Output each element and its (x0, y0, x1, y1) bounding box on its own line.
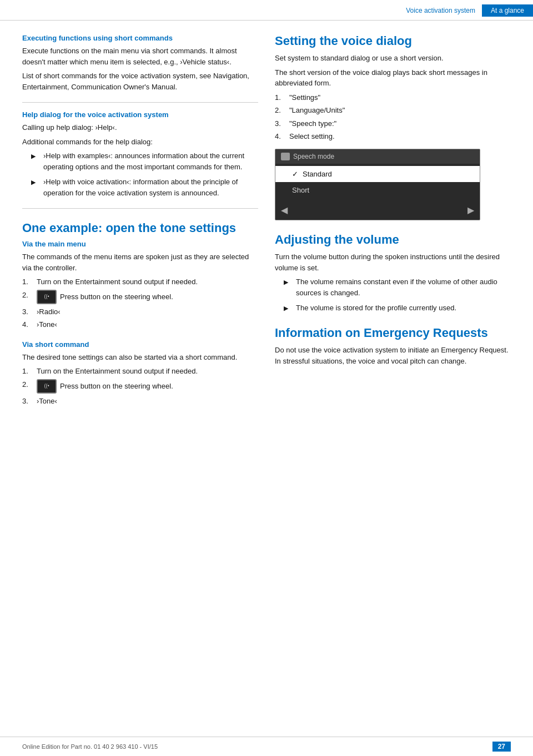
screen-navigation: ◀ ▶ (275, 200, 480, 220)
step-text: ›Radio‹ (37, 306, 61, 317)
steering-btn-icon: ((• Press button on the steering wheel. (37, 290, 173, 304)
section-emergency-requests: Information on Emergency Requests Do not… (275, 326, 511, 366)
page-header: Voice activation system At a glance (0, 0, 533, 21)
bullet-triangle-icon: ▶ (31, 178, 39, 198)
list-item: 2. ((• Press button on the steering whee… (22, 290, 258, 304)
list-item: 4. Select setting. (275, 131, 511, 142)
right-column: Setting the voice dialog Set system to s… (275, 34, 511, 410)
step-text: ›Tone‹ (37, 396, 57, 407)
step-text: "Language/Units" (289, 105, 345, 116)
screen-title-bar: Speech mode (275, 149, 480, 164)
emergency-requests-para: Do not use the voice activation system t… (275, 345, 511, 366)
divider-2 (22, 208, 258, 209)
header-navigation: Voice activation system At a glance (399, 4, 533, 17)
list-item: ▶ ›Help with voice activation‹: informat… (31, 177, 258, 198)
emergency-requests-heading: Information on Emergency Requests (275, 326, 511, 340)
list-item: 4. ›Tone‹ (22, 319, 258, 330)
step-text: Select setting. (289, 131, 335, 142)
left-column: Executing functions using short commands… (22, 34, 258, 410)
adjusting-volume-para: Turn the volume button during the spoken… (275, 251, 511, 273)
via-main-menu-heading: Via the main menu (22, 240, 258, 248)
voice-dialog-steps: 1. "Settings" 2. "Language/Units" 3. "Sp… (275, 92, 511, 142)
voice-dialog-para1: Set system to standard dialog or use a s… (275, 53, 511, 64)
list-item: 1. Turn on the Entertainment sound outpu… (22, 276, 258, 288)
list-item: ▶ The volume is stored for the profile c… (284, 303, 511, 314)
screen-title-icon (281, 153, 290, 160)
bullet-text: The volume remains constant even if the … (296, 276, 511, 298)
list-item: 3. ›Radio‹ (22, 306, 258, 317)
bullet-text-2: ›Help with voice activation‹: informatio… (43, 177, 258, 198)
screen-menu-item-short: Short (275, 182, 480, 198)
bullet-triangle-icon: ▶ (284, 304, 291, 314)
screen-menu: ✓ Standard Short (275, 164, 480, 200)
screen-title-text: Speech mode (293, 153, 334, 160)
divider-1 (22, 102, 258, 103)
step-text: Turn on the Entertainment sound output i… (37, 366, 198, 377)
menu-item-text: Standard (303, 170, 332, 178)
via-main-menu-steps: 1. Turn on the Entertainment sound outpu… (22, 276, 258, 330)
footer-text: Online Edition for Part no. 01 40 2 963 … (22, 743, 158, 750)
menu-item-text: Short (292, 186, 309, 194)
header-section-label: Voice activation system (399, 4, 482, 17)
via-short-command-para: The desired tone settings can also be st… (22, 352, 258, 363)
via-main-menu-para: The commands of the menu items are spoke… (22, 251, 258, 273)
steering-btn-icon: ((• Press button on the steering wheel. (37, 379, 173, 394)
executing-functions-para1: Execute functions on the main menu via s… (22, 46, 258, 67)
step-text: "Settings" (289, 92, 320, 103)
section-adjusting-volume: Adjusting the volume Turn the volume but… (275, 233, 511, 314)
section-voice-dialog: Setting the voice dialog Set system to s… (275, 34, 511, 220)
footer-page-number: 27 (492, 742, 511, 752)
list-item: 3. ›Tone‹ (22, 396, 258, 407)
list-item: ▶ The volume remains constant even if th… (284, 276, 511, 298)
adjusting-volume-heading: Adjusting the volume (275, 233, 511, 247)
via-short-command-steps: 1. Turn on the Entertainment sound outpu… (22, 366, 258, 406)
list-item: 2. ((• Press button on the steering whee… (22, 379, 258, 394)
help-dialog-bullets: ▶ ›Help with examples‹: announces inform… (31, 150, 258, 198)
header-active-label: At a glance (482, 4, 533, 17)
checkmark-icon: ✓ (292, 170, 298, 178)
bullet-triangle-icon: ▶ (31, 152, 39, 172)
section-one-example: One example: open the tone settings Via … (22, 221, 258, 406)
speech-mode-screen: Speech mode ✓ Standard Short ◀ ▶ (275, 149, 480, 220)
list-item: 1. "Settings" (275, 92, 511, 103)
list-item: 3. "Speech type:" (275, 118, 511, 129)
main-content: Executing functions using short commands… (0, 21, 533, 421)
executing-functions-para2: List of short commands for the voice act… (22, 70, 258, 92)
voice-dialog-heading: Setting the voice dialog (275, 34, 511, 48)
help-dialog-para1: Calling up help dialog: ›Help‹. (22, 122, 258, 133)
help-dialog-heading: Help dialog for the voice activation sys… (22, 110, 258, 119)
one-example-heading: One example: open the tone settings (22, 221, 258, 235)
step-text: "Speech type:" (289, 118, 336, 129)
bullet-triangle-icon: ▶ (284, 278, 291, 298)
section-executing-functions: Executing functions using short commands… (22, 34, 258, 92)
page-footer: Online Edition for Part no. 01 40 2 963 … (0, 737, 533, 756)
help-dialog-para2: Additional commands for the help dialog: (22, 137, 258, 148)
nav-right-icon: ▶ (467, 205, 474, 215)
section-help-dialog: Help dialog for the voice activation sys… (22, 110, 258, 198)
executing-functions-heading: Executing functions using short commands (22, 34, 258, 42)
list-item: 1. Turn on the Entertainment sound outpu… (22, 366, 258, 377)
step-text: Turn on the Entertainment sound output i… (37, 276, 198, 288)
step-text: ›Tone‹ (37, 319, 57, 330)
via-short-command-heading: Via short command (22, 340, 258, 349)
bullet-text: The volume is stored for the profile cur… (296, 303, 456, 314)
screen-menu-item-standard: ✓ Standard (275, 166, 480, 182)
nav-left-icon: ◀ (281, 205, 288, 215)
list-item: ▶ ›Help with examples‹: announces inform… (31, 150, 258, 172)
voice-dialog-para2: The short version of the voice dialog pl… (275, 67, 511, 89)
adjusting-volume-bullets: ▶ The volume remains constant even if th… (284, 276, 511, 314)
bullet-text-1: ›Help with examples‹: announces informat… (43, 150, 258, 172)
list-item: 2. "Language/Units" (275, 105, 511, 116)
